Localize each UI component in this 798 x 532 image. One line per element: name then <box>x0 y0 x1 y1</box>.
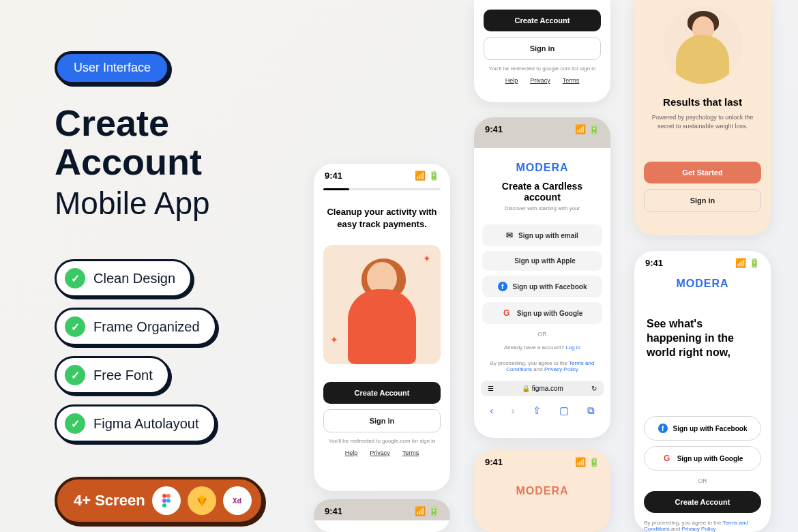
url-text: 🔒 figma.com <box>522 385 563 392</box>
signup-apple-button[interactable]: Sign up with Apple <box>482 251 602 271</box>
status-icons: 📶 🔋 <box>415 171 439 181</box>
svg-point-3 <box>166 499 171 503</box>
svg-point-1 <box>166 494 171 498</box>
create-account-button[interactable]: Create Account <box>644 491 761 513</box>
phone-signup: 9:41📶 🔋 MODERA Create a Cardless account… <box>474 117 610 438</box>
status-time: 9:41 <box>485 457 503 467</box>
happening-heading: See what's happening in the world right … <box>634 297 771 366</box>
illustration: ✦ ✦ <box>323 245 441 364</box>
create-account-button[interactable]: Create Account <box>323 382 441 404</box>
svg-point-0 <box>162 494 166 498</box>
privacy-link[interactable]: Privacy <box>370 449 390 456</box>
login-link[interactable]: Log in <box>565 344 580 351</box>
onboarding-heading: Cleanup your activity with easy track pa… <box>314 194 450 239</box>
facebook-icon: f <box>658 424 668 433</box>
ui-badge: User Interface <box>55 51 170 85</box>
terms-link[interactable]: Terms <box>402 449 419 456</box>
main-title: Create Account <box>55 104 307 181</box>
avatar <box>664 5 742 84</box>
bookmarks-icon[interactable]: ▢ <box>559 404 569 417</box>
button-label: Sign up with Google <box>677 455 743 462</box>
terms-note: By proceeding, you agree to the Terms an… <box>484 360 601 372</box>
status-time: 9:41 <box>325 171 342 181</box>
help-link[interactable]: Help <box>345 449 358 456</box>
svg-point-4 <box>162 503 166 507</box>
google-icon: G <box>502 308 512 318</box>
sketch-icon <box>188 486 216 515</box>
signup-title: Create a Cardless account <box>474 181 610 203</box>
privacy-link[interactable]: Privacy <box>530 77 550 84</box>
status-icons: 📶 🔋 <box>735 258 760 268</box>
xd-icon: Xd <box>223 486 252 515</box>
signup-email-button[interactable]: ✉Sign up with email <box>482 224 602 246</box>
browser-url-bar[interactable]: ☰🔒 figma.com↻ <box>481 381 604 396</box>
email-icon: ✉ <box>506 231 513 240</box>
reload-icon[interactable]: ↻ <box>591 385 597 392</box>
main-subtitle: Mobile App <box>55 185 307 222</box>
phone-onboarding: 9:41📶 🔋 Cleanup your activity with easy … <box>314 164 450 491</box>
share-icon[interactable]: ⇧ <box>533 404 542 417</box>
check-icon: ✓ <box>65 316 85 337</box>
modera-logo: MODERA <box>634 272 771 297</box>
reader-icon: ☰ <box>488 385 494 392</box>
terms-note: By proceeding, you agree to the Terms an… <box>644 520 761 532</box>
status-icons: 📶 🔋 <box>575 457 600 467</box>
signup-subtitle: Discover with starting with your <box>484 205 601 211</box>
svg-point-2 <box>162 499 166 503</box>
signup-facebook-button[interactable]: fSign up with Facebook <box>644 416 761 441</box>
feature-pill: ✓Frame Organized <box>55 308 217 346</box>
help-link[interactable]: Help <box>505 77 518 84</box>
button-label: Sign up with Facebook <box>673 425 748 432</box>
status-time: 9:41 <box>325 506 342 516</box>
check-icon: ✓ <box>65 365 85 385</box>
button-label: Sign up with email <box>518 232 578 239</box>
pill-label: Frame Organized <box>93 319 200 335</box>
signin-button[interactable]: Sign in <box>323 409 441 432</box>
results-subtitle: Powered by psychology to unlock the secr… <box>647 113 758 130</box>
check-icon: ✓ <box>65 413 85 434</box>
create-account-button[interactable]: Create Account <box>484 10 601 31</box>
status-icons: 📶 🔋 <box>575 124 600 134</box>
progress-bar <box>323 188 441 190</box>
results-title: Results that last <box>634 96 771 108</box>
modera-logo: MODERA <box>474 148 610 181</box>
get-started-button[interactable]: Get Started <box>644 162 761 183</box>
phone-partial-top: Create Account Sign in You'll be redirec… <box>474 0 610 102</box>
sparkle-icon: ✦ <box>330 334 338 345</box>
or-divider: OR <box>634 477 771 484</box>
already-account: Already have a account? Log in <box>484 344 601 351</box>
pill-label: Free Font <box>93 368 153 383</box>
feature-pill: ✓Free Font <box>55 356 170 394</box>
phone-happening: 9:41📶 🔋 MODERA See what's happening in t… <box>634 251 771 532</box>
screen-count-label: 4+ Screen <box>74 492 145 509</box>
tabs-icon[interactable]: ⧉ <box>587 404 595 417</box>
status-time: 9:41 <box>485 124 503 134</box>
screen-count-badge: 4+ Screen Xd <box>55 477 264 524</box>
signup-google-button[interactable]: GSign up with Google <box>644 446 761 471</box>
signin-button[interactable]: Sign in <box>484 37 601 60</box>
button-label: Sign up with Google <box>517 310 583 317</box>
signup-facebook-button[interactable]: fSign up with Facebook <box>482 276 602 297</box>
terms-link[interactable]: Terms <box>563 77 580 84</box>
modera-logo: MODERA <box>474 471 610 504</box>
button-label: Sign up with Facebook <box>513 283 587 291</box>
pill-label: Clean Design <box>93 271 175 286</box>
pill-label: Figma Autolayout <box>93 416 199 432</box>
sparkle-icon: ✦ <box>423 253 431 264</box>
signin-button[interactable]: Sign in <box>644 189 761 212</box>
privacy-link[interactable]: Privacy Policy <box>544 366 578 372</box>
button-label: Sign up with Apple <box>514 257 576 265</box>
forward-icon: › <box>512 404 515 417</box>
google-icon: G <box>662 454 672 463</box>
facebook-icon: f <box>498 282 507 291</box>
check-icon: ✓ <box>65 268 85 289</box>
redirect-note: You'll be redirected to google.com for s… <box>323 438 441 444</box>
redirect-note: You'll be redirected to google.com for s… <box>484 65 601 72</box>
figma-icon <box>152 486 181 515</box>
privacy-link[interactable]: Privacy Policy <box>682 526 716 532</box>
signup-google-button[interactable]: GSign up with Google <box>482 302 602 324</box>
feature-pill: ✓Figma Autolayout <box>55 404 216 443</box>
back-icon[interactable]: ‹ <box>490 404 493 417</box>
or-divider: OR <box>474 331 610 338</box>
status-icons: 📶 🔋 <box>415 506 439 516</box>
